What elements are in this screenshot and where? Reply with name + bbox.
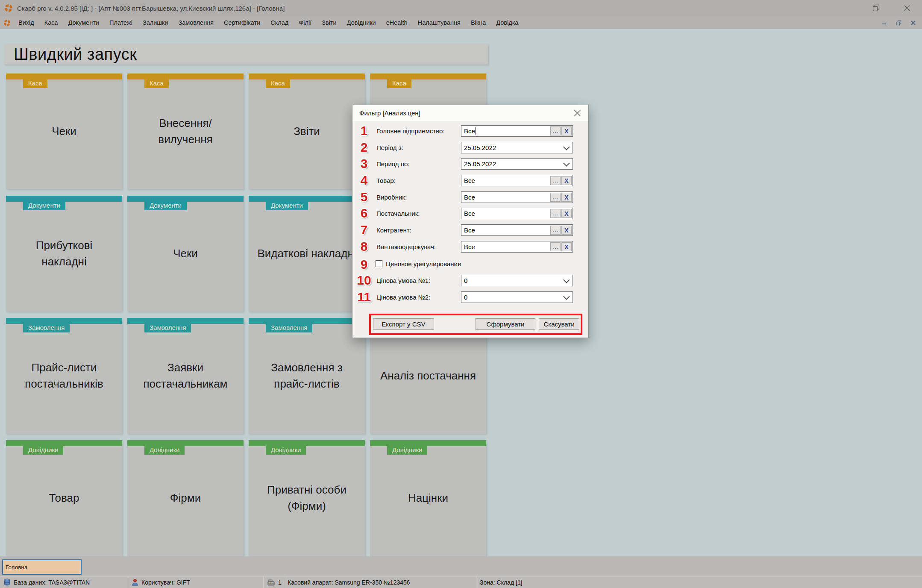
tile-label: Товар xyxy=(6,440,122,556)
status-item-0: База даних: TASA3@TITAN xyxy=(0,576,128,588)
menu-item-12[interactable]: Налаштування xyxy=(413,18,466,28)
dialog-field-row-6: 6Постачальник:Все…X xyxy=(352,208,588,219)
ellipsis-button[interactable]: … xyxy=(550,209,561,218)
tile-чеки[interactable]: КасаЧеки xyxy=(6,74,122,189)
tile-націнки[interactable]: ДовідникиНацінки xyxy=(370,440,486,556)
cash-register-icon xyxy=(267,579,275,586)
lookup-field[interactable]: Все…X xyxy=(461,224,573,236)
quick-launch-header: Швидкий запуск xyxy=(4,44,488,65)
annotation-number-7: 7 xyxy=(353,222,375,238)
menu-item-7[interactable]: Склад xyxy=(265,18,294,28)
clear-button[interactable]: X xyxy=(561,226,572,235)
tile-label: Націнки xyxy=(370,440,486,556)
dialog-close-icon[interactable] xyxy=(572,108,582,118)
field-label: Вантажоодержувач: xyxy=(376,241,436,253)
app-logo-icon xyxy=(4,4,13,12)
annotation-number-11: 11 xyxy=(353,289,375,305)
menu-item-9[interactable]: Звіти xyxy=(317,18,341,28)
chevron-down-icon[interactable] xyxy=(563,276,570,283)
dialog-field-row-4: 4Товар:Все…X xyxy=(352,175,588,186)
tile-прибуткові-накладні[interactable]: ДокументиПрибуткові накладні xyxy=(6,196,122,312)
tab-holovna[interactable]: Головна xyxy=(2,559,82,575)
ellipsis-button[interactable]: … xyxy=(550,176,561,185)
menu-item-2[interactable]: Документи xyxy=(63,18,104,28)
menu-item-10[interactable]: Довідники xyxy=(342,18,381,28)
text-caret xyxy=(476,127,476,135)
field-value: Все xyxy=(464,210,475,217)
field-value: Все xyxy=(464,226,475,234)
minimize-icon[interactable] xyxy=(840,3,851,13)
status-text: Зона: Склад [1] xyxy=(480,579,523,586)
child-close-icon[interactable] xyxy=(908,19,918,26)
tile-заявки-постачальникам[interactable]: ЗамовленняЗаявки постачальникам xyxy=(127,318,244,434)
lookup-field[interactable]: Все…X xyxy=(461,125,573,137)
tile-label: Чеки xyxy=(127,196,244,312)
lookup-field[interactable]: Все…X xyxy=(461,175,573,186)
menu-item-11[interactable]: eHealth xyxy=(381,18,413,28)
tile-замовлення-з-прайс-листів[interactable]: ЗамовленняЗамовлення з прайс-листів xyxy=(249,318,365,434)
menu-item-0[interactable]: Вихід xyxy=(13,18,39,28)
annotation-number-1: 1 xyxy=(353,123,375,139)
clear-button[interactable]: X xyxy=(561,176,572,185)
tile-внесення-вилучення[interactable]: КасаВнесення/вилучення xyxy=(127,74,244,189)
price-regulation-checkbox[interactable] xyxy=(376,260,382,267)
tile-фірми[interactable]: ДовідникиФірми xyxy=(127,440,244,556)
field-label: Товар: xyxy=(376,175,396,186)
page-title: Швидкий запуск xyxy=(14,45,137,64)
child-restore-icon[interactable] xyxy=(894,19,903,26)
child-minimize-icon[interactable] xyxy=(879,19,889,26)
tile-товар[interactable]: ДовідникиТовар xyxy=(6,440,122,556)
restore-icon[interactable] xyxy=(871,3,882,13)
field-label: Цінова умова №2: xyxy=(376,291,430,303)
chevron-down-icon[interactable] xyxy=(563,293,570,300)
tile-label: Фірми xyxy=(127,440,244,556)
dialog-title: Фильтр [Анализ цен] xyxy=(359,109,420,117)
ellipsis-button[interactable]: … xyxy=(550,193,561,202)
tile-label: Приватні особи (Фірми) xyxy=(249,440,365,556)
window-title: Скарб pro v. 4.0.2.85 [ІД: ] - [Апт №003… xyxy=(17,5,285,12)
ellipsis-button[interactable]: … xyxy=(550,226,561,235)
lookup-field[interactable]: Все…X xyxy=(461,208,573,219)
clear-button[interactable]: X xyxy=(561,209,572,218)
dialog-field-row-2: 2Період з:25.05.2022 xyxy=(352,142,588,153)
tile-чеки[interactable]: ДокументиЧеки xyxy=(127,196,244,312)
field-label: Цінова умова №1: xyxy=(376,275,430,286)
tile-звіти[interactable]: КасаЗвіти xyxy=(249,74,365,189)
menu-item-3[interactable]: Платежі xyxy=(104,18,138,28)
tile-видаткові-накладні[interactable]: ДокументиВидаткові накладні xyxy=(249,196,365,312)
status-text: База даних: TASA3@TITAN xyxy=(14,579,90,586)
clear-button[interactable]: X xyxy=(561,193,572,202)
menu-item-4[interactable]: Залишки xyxy=(138,18,173,28)
combo-field[interactable]: 25.05.2022 xyxy=(461,142,573,153)
chevron-down-icon[interactable] xyxy=(563,144,570,150)
clear-button[interactable]: X xyxy=(561,242,572,251)
chevron-down-icon[interactable] xyxy=(563,160,570,167)
menu-item-6[interactable]: Сертифікати xyxy=(219,18,265,28)
dialog-field-row-8: 8Вантажоодержувач:Все…X xyxy=(352,241,588,253)
field-value: 0 xyxy=(464,277,467,284)
database-icon xyxy=(3,579,11,586)
menu-item-14[interactable]: Довідка xyxy=(491,18,523,28)
lookup-field[interactable]: Все…X xyxy=(461,241,573,253)
status-bar: База даних: TASA3@TITANКористувач: GIFT1… xyxy=(0,576,922,588)
ellipsis-button[interactable]: … xyxy=(550,242,561,251)
status-item-1: Користувач: GIFT xyxy=(128,576,264,588)
menu-item-1[interactable]: Каса xyxy=(39,18,63,28)
menu-item-5[interactable]: Замовлення xyxy=(173,18,219,28)
tile-приватні-особи-фірми-[interactable]: ДовідникиПриватні особи (Фірми) xyxy=(249,440,365,556)
lookup-field[interactable]: Все…X xyxy=(461,191,573,203)
menu-item-8[interactable]: Філії xyxy=(294,18,317,28)
close-icon[interactable] xyxy=(901,3,913,13)
ellipsis-button[interactable]: … xyxy=(550,126,561,135)
clear-button[interactable]: X xyxy=(561,126,572,135)
tile-прайс-листи-постачальників[interactable]: ЗамовленняПрайс-листи постачальників xyxy=(6,318,122,434)
annotation-number-6: 6 xyxy=(353,205,375,221)
menu-app-logo-icon xyxy=(3,19,11,26)
field-label: Виробник: xyxy=(376,191,407,203)
combo-field[interactable]: 0 xyxy=(461,275,573,286)
combo-field[interactable]: 25.05.2022 xyxy=(461,158,573,170)
combo-field[interactable]: 0 xyxy=(461,291,573,303)
menu-item-13[interactable]: Вікна xyxy=(466,18,491,28)
tile-label: Звіти xyxy=(249,74,365,189)
dialog-field-row-1: 1Головне підприемство:Все…X xyxy=(352,125,588,137)
